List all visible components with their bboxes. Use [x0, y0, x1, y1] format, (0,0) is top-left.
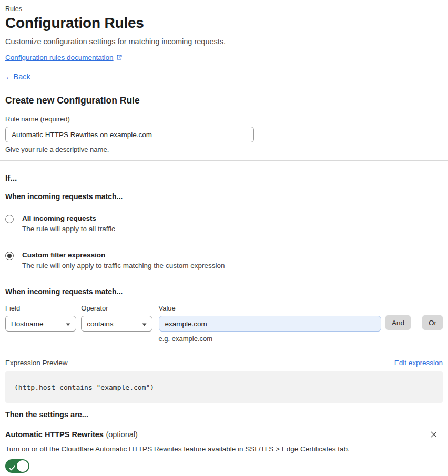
- expression-preview-header: Expression Preview Edit expression: [5, 359, 443, 367]
- field-select-value: Hostname: [11, 320, 44, 328]
- page-title: Configuration Rules: [5, 14, 443, 32]
- expression-builder-row: Field Hostname Operator contains Value e…: [5, 304, 443, 343]
- radio-option-custom-filter-expression[interactable]: Custom filter expression The rule will o…: [5, 251, 443, 270]
- chevron-down-icon: [66, 320, 70, 328]
- rule-name-help: Give your rule a descriptive name.: [5, 146, 443, 153]
- chevron-down-icon: [142, 320, 147, 328]
- setting-header: Automatic HTTPS Rewrites (optional): [5, 430, 443, 439]
- value-input[interactable]: [159, 316, 381, 332]
- expression-builder-heading: When incoming requests match...: [5, 287, 443, 296]
- radio-option-text: Custom filter expression The rule will o…: [22, 251, 225, 270]
- radio-option-label: Custom filter expression: [22, 251, 225, 260]
- expression-preview-code: (http.host contains "example.com"): [14, 384, 154, 391]
- radio-button[interactable]: [5, 252, 14, 260]
- operator-select-value: contains: [87, 320, 113, 328]
- back-arrow-icon: ←: [5, 73, 13, 81]
- configuration-rules-page: Rules Configuration Rules Customize conf…: [0, 0, 448, 473]
- then-settings-heading: Then the settings are...: [5, 410, 443, 419]
- expression-preview-label: Expression Preview: [5, 359, 68, 367]
- rule-name-label: Rule name (required): [5, 115, 443, 123]
- external-link-icon: [116, 54, 123, 60]
- back-link[interactable]: ←Back: [5, 73, 30, 81]
- section-divider: [0, 160, 448, 161]
- value-label: Value: [159, 304, 381, 312]
- match-heading: When incoming requests match...: [5, 192, 443, 201]
- documentation-link[interactable]: Configuration rules documentation: [5, 54, 114, 61]
- and-button[interactable]: And: [385, 315, 411, 330]
- radio-option-label: All incoming requests: [22, 214, 115, 223]
- radio-option-all-incoming-requests[interactable]: All incoming requests The rule will appl…: [5, 214, 443, 233]
- value-help: e.g. example.com: [159, 335, 381, 343]
- create-rule-heading: Create new Configuration Rule: [5, 95, 443, 106]
- radio-option-text: All incoming requests The rule will appl…: [22, 214, 115, 233]
- field-label: Field: [5, 304, 76, 312]
- breadcrumb: Rules: [5, 5, 443, 13]
- page-subtitle: Customize configuration settings for mat…: [5, 37, 443, 46]
- field-select[interactable]: Hostname: [5, 316, 76, 332]
- field-column: Field Hostname: [5, 304, 76, 332]
- value-column: Value e.g. example.com: [159, 304, 381, 343]
- setting-title: Automatic HTTPS Rewrites (optional): [5, 430, 138, 439]
- https-rewrites-toggle[interactable]: [5, 459, 29, 473]
- setting-description: Turn on or off the Cloudflare Automatic …: [5, 445, 443, 453]
- close-icon[interactable]: [429, 430, 439, 439]
- setting-optional-label: (optional): [106, 430, 137, 439]
- check-icon: [9, 463, 15, 473]
- documentation-link-row: Configuration rules documentation: [5, 54, 443, 61]
- radio-option-description: The rule will only apply to traffic matc…: [22, 262, 225, 270]
- setting-name: Automatic HTTPS Rewrites: [5, 430, 104, 439]
- operator-select[interactable]: contains: [81, 316, 152, 332]
- radio-button[interactable]: [5, 215, 14, 223]
- expression-preview-code-box: (http.host contains "example.com"): [5, 371, 443, 403]
- if-heading: If...: [5, 173, 443, 183]
- operator-label: Operator: [81, 304, 152, 312]
- radio-option-description: The rule will apply to all traffic: [22, 225, 115, 233]
- operator-column: Operator contains: [81, 304, 152, 332]
- rule-name-input[interactable]: [5, 127, 254, 142]
- or-button[interactable]: Or: [422, 315, 443, 330]
- builder-buttons: And Or: [381, 304, 443, 330]
- back-label: Back: [14, 73, 30, 81]
- toggle-thumb: [17, 460, 28, 472]
- edit-expression-link[interactable]: Edit expression: [394, 359, 443, 367]
